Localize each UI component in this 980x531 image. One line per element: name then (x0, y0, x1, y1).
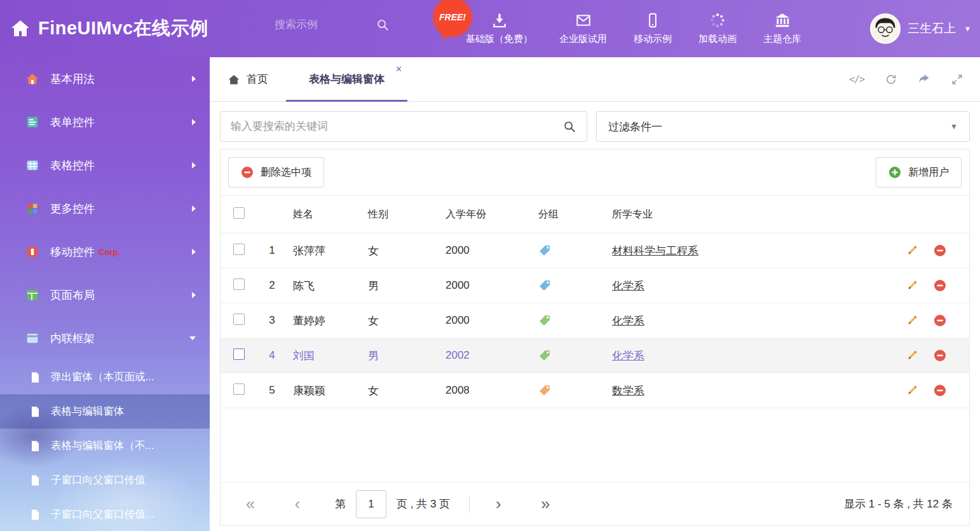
edit-button[interactable] (906, 314, 918, 327)
nav-item-label: 移动示例 (634, 33, 672, 45)
sidebar-item-grid-controls[interactable]: 表格控件 (0, 144, 210, 187)
nav-item-enterprise-trial[interactable]: 企业版试用 (546, 12, 620, 45)
nav-item-label: 主题仓库 (763, 33, 801, 45)
cell-year: 2000 (440, 279, 533, 292)
search-button[interactable] (552, 112, 587, 141)
sidebar-subitem-grid-edit-window-2[interactable]: 表格与编辑窗体（不... (0, 429, 210, 463)
tab-toolbar: </> (849, 73, 980, 86)
file-icon (29, 474, 41, 487)
cubes-icon (25, 202, 39, 216)
sidebar-item-label: 更多控件 (50, 201, 95, 216)
edit-button[interactable] (906, 279, 918, 292)
record-summary: 显示 1 - 5 条 , 共 12 条 (844, 497, 953, 511)
home-icon (10, 18, 31, 39)
filter-dropdown[interactable]: 过滤条件一 ▼ (596, 111, 970, 142)
code-icon[interactable]: </> (849, 74, 864, 85)
next-page-button[interactable]: › (485, 496, 512, 512)
close-icon[interactable]: × (396, 64, 402, 74)
column-header-gender[interactable]: 性别 (363, 208, 440, 221)
share-icon[interactable] (918, 73, 930, 86)
delete-button[interactable] (934, 384, 946, 397)
sidebar-subitem-popup-window[interactable]: 弹出窗体（本页面或... (0, 360, 210, 394)
edit-button[interactable] (906, 244, 918, 257)
row-checkbox[interactable] (233, 279, 245, 290)
table-row[interactable]: 5 康颖颖 女 2008 数学系 (221, 373, 969, 408)
cell-gender: 男 (363, 348, 440, 363)
cell-name: 康颖颖 (288, 383, 363, 398)
filter-row: 过滤条件一 ▼ (210, 102, 980, 149)
delete-button[interactable] (934, 279, 946, 292)
sidebar-subitem-child-to-parent-2[interactable]: 子窗口向父窗口传值... (0, 497, 210, 531)
cell-gender: 男 (363, 279, 440, 293)
cell-year: 2002 (440, 349, 533, 362)
first-page-button[interactable]: « (237, 496, 264, 512)
row-checkbox[interactable] (233, 244, 245, 255)
edit-button[interactable] (906, 384, 918, 397)
keyword-search-box (220, 111, 587, 142)
expand-icon[interactable] (951, 73, 963, 86)
delete-button[interactable] (934, 244, 946, 257)
button-label: 新增用户 (908, 166, 949, 179)
row-checkbox[interactable] (233, 383, 245, 395)
sidebar-item-iframe[interactable]: 内联框架 (0, 317, 210, 360)
table-row-selected[interactable]: 4 刘国 男 2002 化学系 (221, 338, 969, 373)
user-menu[interactable]: 三生石上 ▼ (870, 0, 971, 57)
delete-button[interactable] (934, 314, 946, 327)
page-label-suffix: 页 , 共 3 页 (397, 497, 450, 511)
sidebar-subitem-grid-edit-window[interactable]: 表格与编辑窗体 (0, 394, 210, 429)
header-search-input[interactable] (275, 18, 367, 31)
tab-grid-edit-window[interactable]: 表格与编辑窗体 × (286, 57, 407, 101)
column-header-year[interactable]: 入学年份 (440, 208, 533, 221)
sidebar-item-label: 表格控件 (50, 158, 95, 173)
column-header-group[interactable]: 分组 (533, 208, 607, 221)
major-link[interactable]: 化学系 (612, 315, 644, 327)
major-link[interactable]: 材料科学与工程系 (612, 245, 698, 257)
mobile-icon (25, 245, 39, 259)
prev-page-button[interactable]: ‹ (284, 496, 311, 512)
sidebar-item-form-controls[interactable]: 表单控件 (0, 100, 210, 144)
tag-icon (538, 384, 602, 397)
chevron-right-icon (192, 76, 196, 82)
page-input[interactable] (356, 490, 386, 518)
major-link[interactable]: 化学系 (612, 280, 644, 292)
sidebar-item-page-layout[interactable]: 页面布局 (0, 273, 210, 317)
keyword-search-input[interactable] (221, 120, 552, 133)
download-icon (491, 12, 508, 29)
row-index: 3 (256, 314, 288, 327)
major-link[interactable]: 化学系 (612, 350, 644, 362)
search-icon (562, 120, 576, 134)
add-user-button[interactable]: 新增用户 (876, 157, 962, 188)
edit-button[interactable] (906, 349, 918, 362)
table-row[interactable]: 1 张萍萍 女 2000 材料科学与工程系 (221, 233, 969, 268)
nav-item-theme-store[interactable]: 主题仓库 (750, 12, 815, 45)
sidebar-item-basic-usage[interactable]: 基本用法 (0, 57, 210, 100)
table-row[interactable]: 2 陈飞 男 2000 化学系 (221, 268, 969, 303)
caret-down-icon: ▼ (950, 122, 958, 131)
sidebar-subitem-label: 弹出窗体（本页面或... (51, 370, 154, 384)
select-all-checkbox[interactable] (233, 207, 245, 219)
tab-home[interactable]: 首页 (210, 57, 286, 101)
sidebar-item-mobile-controls[interactable]: 移动控件 Corp. (0, 230, 210, 273)
major-link[interactable]: 数学系 (612, 385, 644, 397)
nav-item-loading-animation[interactable]: 加载动画 (685, 12, 750, 45)
sidebar-item-label: 内联框架 (50, 331, 95, 346)
column-header-major[interactable]: 所学专业 (607, 208, 888, 221)
sidebar-subitem-child-to-parent[interactable]: 子窗口向父窗口传值 (0, 463, 210, 497)
delete-button[interactable] (934, 349, 946, 362)
search-icon[interactable] (376, 18, 390, 32)
sidebar-item-more-controls[interactable]: 更多控件 (0, 187, 210, 230)
app-logo[interactable]: FineUIMvc在线示例 (10, 0, 208, 57)
refresh-icon[interactable] (885, 73, 897, 86)
header-nav: 基础版（免费） 企业版试用 移动示例 加载动画 主题仓库 (453, 0, 815, 57)
grid-panel: 删除选中项 新增用户 姓名 性别 入学年份 分组 所学专业 1 张萍萍 女 (220, 149, 970, 526)
column-header-name[interactable]: 姓名 (288, 208, 363, 221)
chevron-right-icon (192, 249, 196, 255)
row-checkbox[interactable] (233, 348, 245, 360)
cell-year: 2000 (440, 314, 533, 327)
nav-item-mobile-demo[interactable]: 移动示例 (620, 12, 685, 45)
free-badge-label: FREE! (439, 12, 466, 22)
row-checkbox[interactable] (233, 314, 245, 325)
delete-selected-button[interactable]: 删除选中项 (228, 157, 324, 188)
last-page-button[interactable]: » (532, 496, 559, 512)
table-row[interactable]: 3 董婷婷 女 2000 化学系 (221, 303, 969, 338)
